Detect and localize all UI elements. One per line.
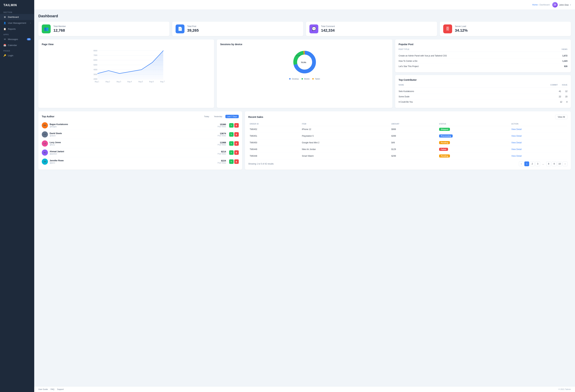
sales-table: ORDER ID ITEM AMOUNT STATUS ACTION TM045… xyxy=(248,122,568,160)
sidebar-item-calendar[interactable]: 📅 Calendar xyxy=(0,42,34,48)
recent-sales-card: Recent Sales View All ORDER ID ITEM AMOU… xyxy=(245,111,571,170)
order-id-1: TM0451 xyxy=(248,133,301,139)
key-icon: 🔑 xyxy=(3,54,6,57)
view-detail-4[interactable]: View Detail xyxy=(511,155,522,157)
delete-button-2[interactable]: 🗑 xyxy=(234,141,239,146)
right-column: Popular Post POST TITLE VIEWS Create an … xyxy=(395,40,571,108)
status-badge-2: Pending xyxy=(439,141,450,144)
edit-button-3[interactable]: ✎ xyxy=(229,150,234,155)
delete-button-0[interactable]: 🗑 xyxy=(234,123,239,128)
messages-badge: 16 xyxy=(27,38,31,40)
author-avatar-2: LJ xyxy=(42,140,48,147)
contributor-commit-0: 41 xyxy=(559,90,561,92)
author-actions-2: ✎ 🗑 xyxy=(229,141,239,146)
author-stats-2: 11988 Post Views xyxy=(217,141,226,146)
pagination-controls: ‹ 1 2 3 ... 8 9 10 › xyxy=(519,161,568,166)
edit-button-2[interactable]: ✎ xyxy=(229,141,234,146)
tab-yesterday[interactable]: Yesterday xyxy=(212,115,224,118)
col-name: NAME xyxy=(399,84,404,86)
footer-link-user-guide[interactable]: User Guide xyxy=(38,388,48,390)
sidebar-item-reports[interactable]: 📋 Reports xyxy=(0,26,34,32)
view-detail-3[interactable]: View Detail xyxy=(511,148,522,151)
sidebar-item-label: User Management xyxy=(8,22,26,24)
server-icon: 🗄 xyxy=(443,24,452,33)
page-3-button[interactable]: 3 xyxy=(535,161,540,166)
stat-label: Total Post xyxy=(187,25,199,27)
view-all-button[interactable]: View All xyxy=(555,115,568,119)
stat-value: 39,265 xyxy=(187,28,199,33)
tab-today[interactable]: Today xyxy=(202,115,211,118)
page-9-button[interactable]: 9 xyxy=(552,161,556,166)
post-title-0: Create an Admin Panel with Vue.js and Ta… xyxy=(399,55,447,57)
sidebar-item-user-management[interactable]: 👤 User Management › xyxy=(0,20,34,26)
col-order-id: ORDER ID xyxy=(248,122,301,126)
edit-button-0[interactable]: ✎ xyxy=(229,123,234,128)
contributor-header: NAME COMMIT ISSUE xyxy=(399,84,568,87)
sidebar-item-label: Login xyxy=(8,54,13,57)
tab-last7days[interactable]: Last 7 Days xyxy=(225,115,239,118)
status-badge-3: Failed xyxy=(439,148,448,151)
page-view-chart-card: Page View 8000 7000 6000 5000 4000 3000 … xyxy=(38,40,214,108)
popular-post-row: Create an Admin Panel with Vue.js and Ta… xyxy=(399,53,568,59)
footer-link-support[interactable]: Support xyxy=(57,388,64,390)
edit-button-4[interactable]: ✎ xyxy=(229,160,234,164)
col-commit: COMMIT xyxy=(550,84,558,86)
sales-table-body: TM0452 iPhone 12 $999 Shipped View Detai… xyxy=(248,126,568,160)
page-10-button[interactable]: 10 xyxy=(557,161,562,166)
svg-text:8000: 8000 xyxy=(94,50,97,52)
delete-button-4[interactable]: 🗑 xyxy=(234,160,239,164)
stat-info: Total Member 12,768 xyxy=(53,25,66,33)
delete-button-1[interactable]: 🗑 xyxy=(234,132,239,137)
delete-button-3[interactable]: 🗑 xyxy=(234,150,239,155)
donut-svg: 70.9% 27.2% xyxy=(291,48,318,76)
svg-text:7000: 7000 xyxy=(94,54,97,56)
col-item: ITEM xyxy=(301,122,390,126)
status-badge-4: Pending xyxy=(439,154,450,158)
popular-post-header: POST TITLE VIEWS xyxy=(399,48,568,52)
svg-text:6000: 6000 xyxy=(94,59,97,61)
edit-button-1[interactable]: ✎ xyxy=(229,132,234,137)
breadcrumb-home[interactable]: Home xyxy=(532,4,538,6)
sidebar-item-login[interactable]: 🔑 Login xyxy=(0,52,34,59)
author-avatar-0: BK xyxy=(42,122,48,128)
stat-label: Server Load xyxy=(455,25,468,27)
sidebar-item-messages[interactable]: ✉ Messages 16 xyxy=(0,36,34,42)
author-handle-3: @jaelani xyxy=(50,153,64,155)
stats-grid: 👥 Total Member 12,768 📄 Total Post 39,26… xyxy=(38,22,571,36)
status-1: Processing xyxy=(438,133,510,139)
content-area: Dashboard 👥 Total Member 12,768 📄 Total … xyxy=(34,10,575,386)
post-title-1: How To Center a Div xyxy=(399,60,417,62)
page-view-title: Page View xyxy=(42,43,211,46)
table-row: TM0448 Smart Watch $299 Pending View Det… xyxy=(248,153,568,160)
author-stats-3: 9214 Post Views xyxy=(217,150,226,155)
author-actions-0: ✎ 🗑 xyxy=(229,123,239,128)
author-views-4: 8224 xyxy=(217,160,226,162)
col-issue: ISSUE xyxy=(562,84,568,86)
page-next-button[interactable]: › xyxy=(563,161,568,166)
order-id-2: TM0450 xyxy=(248,139,301,146)
author-views-2: 11988 xyxy=(217,141,226,144)
author-stats-1: 13674 Post Views xyxy=(217,132,226,137)
sidebar-item-dashboard[interactable]: ⊞ Dashboard xyxy=(0,14,34,20)
svg-text:2000: 2000 xyxy=(94,78,97,80)
page-2-button[interactable]: 2 xyxy=(530,161,535,166)
view-detail-2[interactable]: View Detail xyxy=(511,141,522,144)
order-id-0: TM0452 xyxy=(248,126,301,133)
pagination: Showing 1 to 5 of 42 results ‹ 1 2 3 ...… xyxy=(248,160,568,166)
page-8-button[interactable]: 8 xyxy=(546,161,551,166)
footer-link-faq[interactable]: FAQ xyxy=(51,388,54,390)
svg-text:Aug 4: Aug 4 xyxy=(127,81,132,83)
svg-text:Aug 1: Aug 1 xyxy=(95,81,99,83)
view-detail-0[interactable]: View Detail xyxy=(511,128,522,131)
page-prev-button[interactable]: ‹ xyxy=(519,161,524,166)
author-handle-4: @jenn xyxy=(50,162,64,164)
avatar: JD xyxy=(552,2,558,7)
view-detail-1[interactable]: View Detail xyxy=(511,135,522,137)
user-menu[interactable]: JD John Doe ▾ xyxy=(552,2,571,7)
item-0: iPhone 12 xyxy=(301,126,390,133)
page-1-button[interactable]: 1 xyxy=(524,161,529,166)
author-tabs: Today Yesterday Last 7 Days xyxy=(202,115,239,118)
author-info-3: Ahmad Jaelani @jaelani xyxy=(50,150,64,155)
mobile-dot xyxy=(302,78,303,80)
table-row: TM0449 Nike Air Jordan $129 Failed View … xyxy=(248,146,568,153)
